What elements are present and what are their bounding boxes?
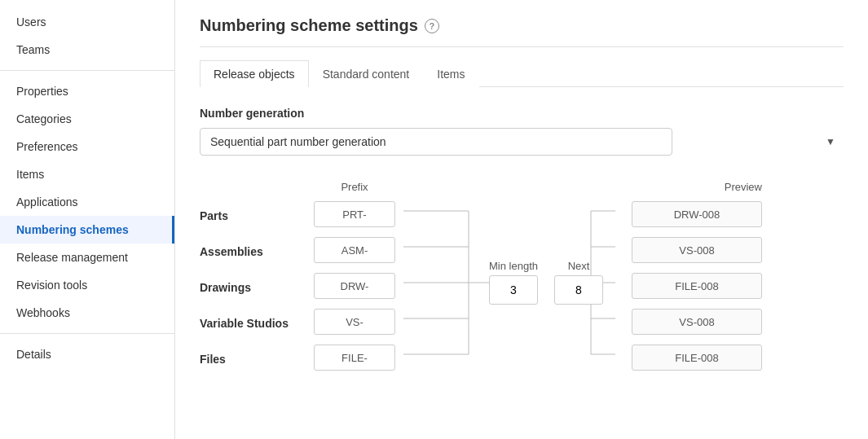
preview-variable-studios <box>632 309 762 335</box>
sidebar-item-categories[interactable]: Categories <box>0 105 174 133</box>
prefix-input-assemblies[interactable] <box>314 237 395 263</box>
label-header-spacer <box>200 175 306 198</box>
connector-area: Min length Next <box>403 198 615 426</box>
number-generation-select-wrapper: Sequential part number generationCustom … <box>200 128 844 156</box>
min-length-input[interactable] <box>489 275 538 305</box>
prefix-input-files[interactable] <box>314 345 395 371</box>
label-drawings: Drawings <box>200 270 306 305</box>
preview-parts <box>632 201 762 227</box>
sidebar-item-numbering-schemes[interactable]: Numbering schemes <box>0 216 174 244</box>
sidebar-item-users[interactable]: Users <box>0 8 174 36</box>
preview-drawings <box>632 273 762 299</box>
sidebar-item-revision-tools[interactable]: Revision tools <box>0 271 174 299</box>
next-input[interactable] <box>554 275 603 305</box>
preview-files <box>632 345 762 371</box>
scheme-layout: Parts Assemblies Drawings Variable Studi… <box>200 175 844 426</box>
min-length-group: Min length <box>489 260 538 305</box>
sidebar: Users Teams Properties Categories Prefer… <box>0 0 175 439</box>
prefix-column: Prefix <box>306 175 403 380</box>
center-inputs: Min length Next <box>489 260 603 305</box>
prefix-input-drawings[interactable] <box>314 273 395 299</box>
prefix-header: Prefix <box>341 175 368 198</box>
main-content: Numbering scheme settings ? Release obje… <box>175 0 868 439</box>
prefix-input-parts[interactable] <box>314 201 395 227</box>
number-generation-label: Number generation <box>200 107 844 120</box>
tab-items[interactable]: Items <box>423 60 478 87</box>
sidebar-item-properties[interactable]: Properties <box>0 77 174 105</box>
prefix-input-variable-studios[interactable] <box>314 309 395 335</box>
sidebar-item-release-management[interactable]: Release management <box>0 244 174 271</box>
preview-assemblies <box>632 237 762 263</box>
help-icon[interactable]: ? <box>425 19 439 33</box>
sidebar-item-preferences[interactable]: Preferences <box>0 133 174 160</box>
tabs-bar: Release objects Standard content Items <box>200 60 844 87</box>
label-files: Files <box>200 341 306 377</box>
next-label: Next <box>568 260 590 272</box>
sidebar-item-items[interactable]: Items <box>0 160 174 188</box>
sidebar-item-applications[interactable]: Applications <box>0 188 174 216</box>
tab-standard-content[interactable]: Standard content <box>309 60 424 87</box>
page-title: Numbering scheme settings ? <box>200 16 844 47</box>
select-arrow-icon: ▼ <box>826 136 835 147</box>
sidebar-divider-1 <box>0 70 174 71</box>
tab-release-objects[interactable]: Release objects <box>200 60 309 87</box>
labels-column: Parts Assemblies Drawings Variable Studi… <box>200 175 306 377</box>
sidebar-divider-2 <box>0 333 174 334</box>
sidebar-item-teams[interactable]: Teams <box>0 36 174 64</box>
label-assemblies: Assemblies <box>200 234 306 270</box>
number-generation-select[interactable]: Sequential part number generationCustom … <box>200 128 672 156</box>
next-group: Next <box>554 260 603 305</box>
label-parts: Parts <box>200 198 306 234</box>
sidebar-item-details[interactable]: Details <box>0 340 174 368</box>
preview-header: Preview <box>725 175 762 198</box>
connector-svg <box>403 198 615 426</box>
preview-column: Preview <box>615 175 762 380</box>
min-length-label: Min length <box>489 260 538 272</box>
sidebar-item-webhooks[interactable]: Webhooks <box>0 299 174 327</box>
label-variable-studios: Variable Studios <box>200 305 306 341</box>
